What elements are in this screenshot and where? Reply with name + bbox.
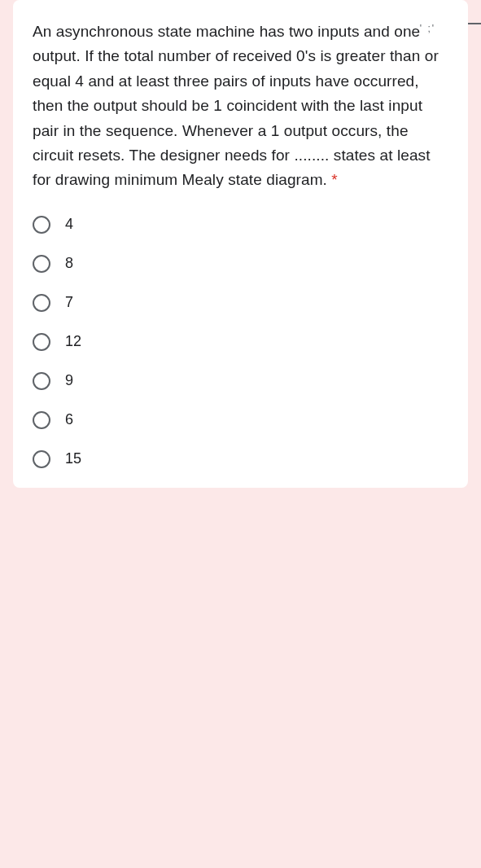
- radio-icon: [33, 450, 50, 468]
- option-4[interactable]: 4: [33, 216, 448, 234]
- radio-icon: [33, 411, 50, 429]
- question-card: ' ;' An asynchronous state machine has t…: [13, 0, 468, 488]
- radio-icon: [33, 294, 50, 312]
- option-9[interactable]: 9: [33, 372, 448, 390]
- question-body: An asynchronous state machine has two in…: [33, 23, 439, 188]
- option-12[interactable]: 12: [33, 333, 448, 351]
- option-8[interactable]: 8: [33, 255, 448, 273]
- option-label: 7: [65, 294, 73, 311]
- decoration-marks: ' ;': [420, 23, 435, 34]
- option-label: 8: [65, 255, 73, 272]
- option-7[interactable]: 7: [33, 294, 448, 312]
- side-tick-mark: [468, 23, 481, 24]
- radio-icon: [33, 372, 50, 390]
- radio-icon: [33, 333, 50, 351]
- option-label: 15: [65, 450, 81, 467]
- option-label: 4: [65, 216, 73, 233]
- radio-icon: [33, 255, 50, 273]
- required-asterisk: *: [331, 171, 338, 188]
- option-label: 9: [65, 372, 73, 389]
- question-text: An asynchronous state machine has two in…: [33, 20, 448, 193]
- option-label: 12: [65, 333, 81, 350]
- option-6[interactable]: 6: [33, 411, 448, 429]
- option-15[interactable]: 15: [33, 450, 448, 468]
- options-group: 4 8 7 12 9 6 15: [33, 216, 448, 468]
- option-label: 6: [65, 411, 73, 428]
- radio-icon: [33, 216, 50, 234]
